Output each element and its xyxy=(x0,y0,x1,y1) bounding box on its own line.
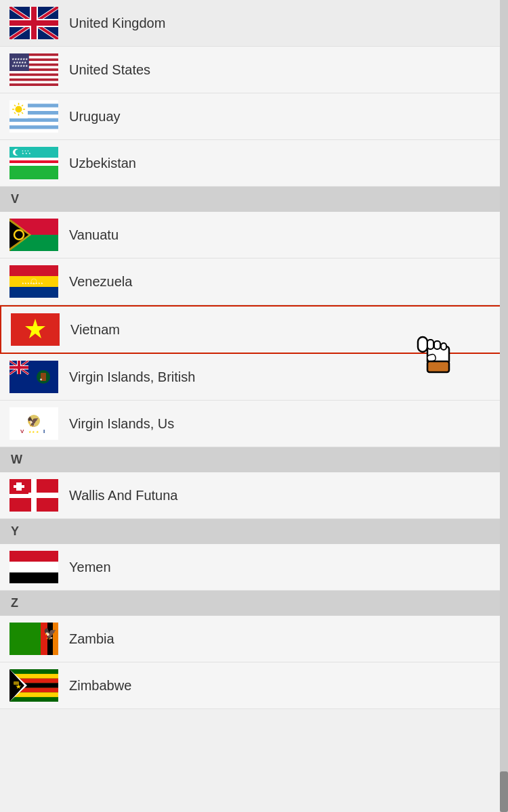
country-name-ye: Yemen xyxy=(69,560,111,575)
country-row-vg[interactable]: ✦ Virgin Islands, British xyxy=(0,354,508,401)
svg-point-26 xyxy=(16,106,22,113)
svg-rect-24 xyxy=(9,125,58,129)
flag-vi: 🦅 V I ★ ★ ★ xyxy=(9,407,58,440)
section-header-w: W xyxy=(0,447,508,472)
country-name-vg: Virgin Islands, British xyxy=(69,369,195,385)
flag-uz: ★ ★ ★ ★ ★ ★ xyxy=(9,147,58,179)
svg-rect-92 xyxy=(9,572,58,583)
flag-zw xyxy=(9,669,58,702)
svg-rect-61 xyxy=(434,341,440,349)
svg-rect-23 xyxy=(9,118,58,122)
scrollbar[interactable] xyxy=(500,0,508,812)
scrollbar-thumb[interactable] xyxy=(500,771,508,812)
svg-rect-59 xyxy=(418,337,427,352)
svg-point-41 xyxy=(15,150,20,155)
svg-text:★★★★★★: ★★★★★★ xyxy=(12,64,28,68)
country-name-ve: Venezuela xyxy=(69,274,132,290)
svg-rect-86 xyxy=(31,479,37,512)
section-header-v: V xyxy=(0,187,508,212)
country-row-ye[interactable]: Yemen xyxy=(0,544,508,591)
svg-text:★ ★ ★: ★ ★ ★ xyxy=(28,430,39,434)
country-name-uz: Uzbekistan xyxy=(69,156,136,171)
section-header-z: Z xyxy=(0,591,508,616)
country-row-vn[interactable]: Vietnam xyxy=(0,305,508,354)
country-row-uk[interactable]: United Kingdom xyxy=(0,0,508,47)
svg-rect-89 xyxy=(14,485,24,488)
country-row-vi[interactable]: 🦅 V I ★ ★ ★ Virgin Islands, Us xyxy=(0,401,508,447)
svg-text:🦅: 🦅 xyxy=(43,627,57,640)
country-name-uy: Uruguay xyxy=(69,109,121,125)
country-row-zm[interactable]: 🦅 Zambia xyxy=(0,616,508,662)
svg-rect-74 xyxy=(9,366,28,369)
svg-text:★★★★★★★★: ★★★★★★★★ xyxy=(22,281,43,285)
svg-rect-107 xyxy=(14,681,19,685)
svg-text:✦: ✦ xyxy=(39,378,43,382)
country-name-us: United States xyxy=(69,62,150,78)
country-name-vn: Vietnam xyxy=(70,322,120,338)
country-name-vu: Vanuatu xyxy=(69,227,119,243)
country-list: United Kingdom ★★★★★★ ★★★★★ ★★★★★★ Unit xyxy=(0,0,508,709)
svg-rect-15 xyxy=(9,81,58,84)
svg-rect-37 xyxy=(9,158,58,160)
svg-rect-14 xyxy=(9,76,58,78)
country-name-wf: Wallis And Futuna xyxy=(69,488,177,503)
flag-ve: ★★★★★★★★ xyxy=(9,265,58,298)
svg-rect-62 xyxy=(441,343,446,350)
svg-text:🦅: 🦅 xyxy=(27,416,39,428)
flag-vg: ✦ xyxy=(9,361,58,393)
svg-rect-8 xyxy=(9,20,58,26)
flag-vu xyxy=(9,219,58,251)
svg-rect-13 xyxy=(9,71,58,74)
country-name-vi: Virgin Islands, Us xyxy=(69,416,174,432)
country-row-uz[interactable]: ★ ★ ★ ★ ★ ★ Uzbekistan xyxy=(0,140,508,187)
flag-uk xyxy=(9,7,58,39)
country-row-wf[interactable]: Wallis And Futuna xyxy=(0,472,508,519)
flag-wf xyxy=(9,479,58,512)
flag-us: ★★★★★★ ★★★★★ ★★★★★★ xyxy=(9,53,58,86)
svg-text:V: V xyxy=(20,428,24,434)
country-name-uk: United Kingdom xyxy=(69,16,165,31)
svg-rect-91 xyxy=(9,551,58,562)
country-name-zw: Zimbabwe xyxy=(69,678,131,694)
country-row-zw[interactable]: Zimbabwe xyxy=(0,662,508,709)
country-row-ve[interactable]: ★★★★★★★★ Venezuela xyxy=(0,258,508,305)
flag-zm: 🦅 xyxy=(9,623,58,655)
svg-rect-39 xyxy=(9,163,58,166)
flag-ye xyxy=(9,551,58,583)
flag-vn xyxy=(11,313,60,346)
svg-rect-53 xyxy=(9,287,58,298)
svg-text:I: I xyxy=(43,428,45,434)
country-row-uy[interactable]: Uruguay xyxy=(0,93,508,140)
svg-point-50 xyxy=(17,233,22,238)
section-header-y: Y xyxy=(0,519,508,544)
svg-rect-38 xyxy=(9,160,58,163)
flag-uy xyxy=(9,100,58,133)
svg-rect-60 xyxy=(427,340,433,349)
svg-text:★ ★ ★: ★ ★ ★ xyxy=(22,150,29,152)
country-name-zm: Zambia xyxy=(69,631,114,647)
country-row-vu[interactable]: Vanuatu xyxy=(0,212,508,258)
country-row-us[interactable]: ★★★★★★ ★★★★★ ★★★★★★ United States xyxy=(0,47,508,93)
